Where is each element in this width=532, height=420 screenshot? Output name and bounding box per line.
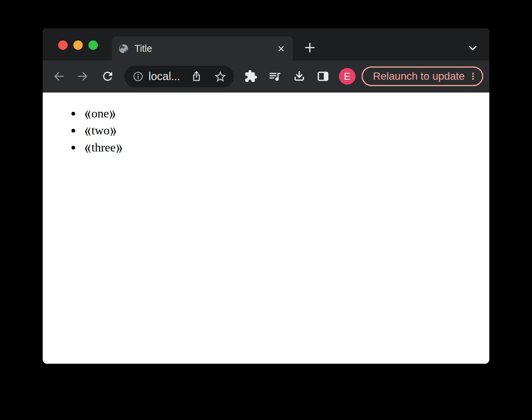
url-text[interactable]: local...	[148, 66, 180, 87]
new-tab-button[interactable]	[303, 41, 317, 54]
profile-avatar[interactable]: E	[339, 68, 356, 85]
globe-favicon-icon	[118, 43, 129, 54]
bullet-list: «one» «two» «three»	[43, 105, 489, 156]
address-bar[interactable]: local...	[124, 66, 234, 87]
bookmark-star-icon[interactable]	[213, 70, 227, 83]
list-item-text: «three»	[84, 141, 123, 154]
page-info-icon[interactable]	[132, 71, 144, 82]
relaunch-to-update-button[interactable]: Relaunch to update	[362, 66, 483, 86]
share-icon[interactable]	[190, 70, 203, 83]
avatar-initial: E	[344, 71, 350, 82]
list-item: «one»	[84, 105, 489, 122]
extensions-puzzle-icon[interactable]	[244, 69, 258, 83]
kebab-menu-icon[interactable]	[469, 72, 478, 81]
side-panel-icon[interactable]	[316, 69, 330, 83]
reload-icon[interactable]	[101, 69, 114, 83]
tab-strip: Title	[43, 28, 489, 60]
media-controls-icon[interactable]	[268, 69, 281, 83]
traffic-lights	[58, 40, 98, 50]
browser-window: Title	[43, 28, 489, 364]
browser-toolbar: local...	[43, 60, 489, 93]
tab-title: Title	[135, 44, 275, 53]
list-item: «three»	[84, 139, 489, 156]
back-icon[interactable]	[52, 69, 66, 83]
list-item: «two»	[84, 122, 489, 139]
chevron-down-icon[interactable]	[466, 41, 479, 55]
tab-close-icon[interactable]	[275, 43, 287, 54]
close-window-button[interactable]	[58, 40, 68, 50]
minimize-window-button[interactable]	[73, 40, 83, 50]
forward-icon[interactable]	[76, 69, 90, 83]
download-icon[interactable]	[292, 69, 306, 83]
desktop: { "window": { "tab": { "title": "Title" …	[0, 0, 532, 420]
relaunch-button-label: Relaunch to update	[373, 68, 465, 85]
zoom-window-button[interactable]	[88, 40, 98, 50]
page-content: «one» «two» «three»	[43, 105, 489, 364]
browser-tab[interactable]: Title	[112, 37, 293, 60]
